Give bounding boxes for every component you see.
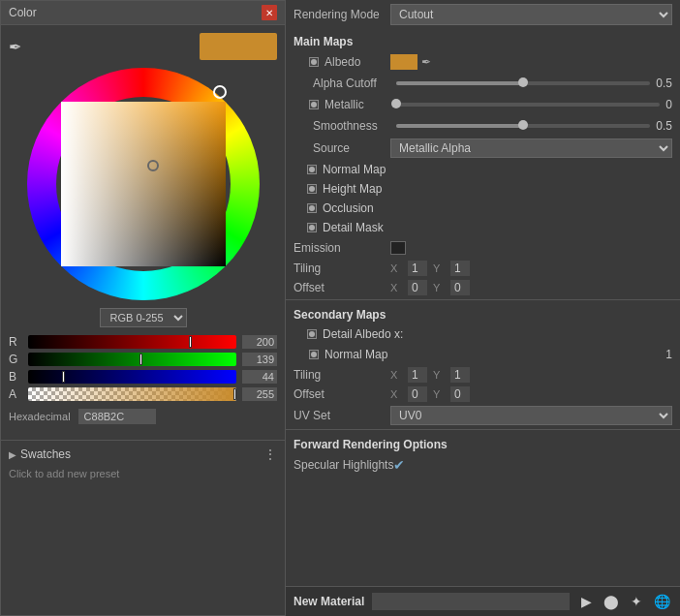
emission-row: Emission [286,237,680,259]
detail-mask-label: Detail Mask [323,221,384,234]
tiling-x-value[interactable]: 1 [408,261,427,276]
tiling-y-value[interactable]: 1 [450,261,470,276]
detail-mask-checkbox[interactable] [307,223,317,232]
tiling-x-label: X [390,262,402,274]
metallic-row: Metallic 0 [286,94,680,115]
a-value-input[interactable] [242,387,277,401]
main-maps-title: Main Maps [286,29,680,51]
offset-row: Offset X 0 Y 0 [286,278,680,297]
close-button[interactable]: ✕ [262,5,277,20]
occlusion-row: Occlusion [286,199,680,218]
offset2-row: Offset X 0 Y 0 [286,385,680,404]
normal-map-checkbox[interactable] [307,165,317,174]
height-map-checkbox[interactable] [307,184,317,194]
color-wheel-container[interactable] [27,68,260,300]
smoothness-slider[interactable] [396,124,650,128]
swatches-chevron-icon[interactable]: ▶ [9,449,16,460]
hex-row: Hexadecimal [9,409,277,424]
offset-x-value[interactable]: 0 [408,280,427,295]
emission-label: Emission [294,241,390,255]
b-value-input[interactable] [242,370,277,384]
detail-albedo-label: Detail Albedo x: [323,327,403,341]
sv-gradient[interactable] [61,102,226,266]
offset-x-label: X [390,282,402,293]
color-mode-dropdown[interactable]: RGB 0-255 [100,308,187,327]
normal-map2-checkbox[interactable] [309,350,319,359]
specular-checkmark-icon[interactable]: ✔ [393,457,405,473]
uv-set-dropdown[interactable]: UV0 [390,406,672,425]
offset-y-value[interactable]: 0 [450,280,470,295]
offset2-x[interactable]: 0 [408,386,427,402]
tiling2-row: Tiling X 1 Y 1 [286,365,680,385]
metallic-slider[interactable] [396,103,660,107]
a-overlay [28,387,236,401]
alpha-cutoff-slider[interactable] [396,81,650,85]
r-value-input[interactable] [242,335,277,349]
swatches-more-icon[interactable]: ⋮ [263,447,277,462]
alpha-cutoff-handle [518,77,528,87]
smoothness-label: Smoothness [294,119,390,133]
swatches-section: ▶ Swatches ⋮ Click to add new preset [1,440,285,615]
normal-map-row: Normal Map [286,160,680,179]
color-panel-header: Color ✕ [1,1,285,25]
r-label: R [9,335,22,349]
specular-label: Specular Highlights [294,458,393,472]
metallic-checkbox[interactable] [309,100,319,109]
source-row: Source Metallic Alpha [286,137,680,160]
occlusion-label: Occlusion [323,201,374,215]
a-slider[interactable] [28,387,236,401]
globe-icon[interactable]: 🌐 [651,591,672,612]
play-icon[interactable]: ▶ [575,591,597,612]
smoothness-row: Smoothness 0.5 [286,115,680,137]
albedo-color-swatch[interactable] [390,54,417,70]
emission-color-swatch[interactable] [390,241,406,255]
alpha-cutoff-row: Alpha Cutoff 0.5 [286,73,680,94]
normal-map2-label: Normal Map [325,348,387,361]
r-channel-row: R [9,335,277,349]
b-thumb [62,371,65,383]
eyedropper-icon[interactable]: ✒ [9,38,21,56]
a-thumb [233,388,236,400]
smoothness-fill [396,124,523,128]
toolbar-icons: ▶ ⬤ ✦ 🌐 [575,591,672,612]
g-slider[interactable] [28,353,236,366]
albedo-eyedrop-icon[interactable]: ✒ [421,55,431,69]
color-panel-title: Color [9,6,37,19]
rendering-mode-dropdown[interactable]: Cutout [390,4,672,25]
material-name-input[interactable] [372,593,570,610]
right-panel: Rendering Mode Cutout Main Maps Albedo ✒… [286,0,680,616]
height-map-row: Height Map [286,179,680,199]
metallic-handle [391,99,401,108]
source-dropdown[interactable]: Metallic Alpha [390,139,672,158]
normal-map2-row: Normal Map 1 [286,344,680,365]
detail-albedo-checkbox[interactable] [307,329,317,339]
hex-input[interactable] [78,409,156,424]
star-icon[interactable]: ✦ [626,591,647,612]
metallic-label-group: Metallic [294,98,390,111]
alpha-cutoff-label: Alpha Cutoff [294,77,390,90]
a-label: A [9,387,22,401]
tiling2-x[interactable]: 1 [408,367,427,383]
swatches-label: Swatches [20,447,71,461]
a-channel-row: A [9,387,277,401]
offset2-xy-group: X 0 Y 0 [390,386,672,402]
albedo-checkbox[interactable] [309,57,319,67]
offset2-label: Offset [294,387,390,401]
offset2-y[interactable]: 0 [450,386,470,402]
add-swatch-button[interactable]: Click to add new preset [9,468,277,479]
height-map-label: Height Map [323,182,382,196]
albedo-row: Albedo ✒ [286,51,680,73]
normal-map2-label-group: Normal Map [294,348,665,361]
occlusion-checkbox[interactable] [307,203,317,213]
forward-rendering-title: Forward Rendering Options [286,432,680,454]
g-label: G [9,353,22,366]
r-slider[interactable] [28,335,236,349]
g-value-input[interactable] [242,353,277,366]
g-channel-row: G [9,353,277,366]
sphere-icon[interactable]: ⬤ [601,591,622,612]
detail-albedo-row: Detail Albedo x: [286,324,680,344]
smoothness-handle [518,120,528,130]
tiling2-y[interactable]: 1 [450,367,470,383]
g-thumb [139,354,142,365]
b-slider[interactable] [28,370,236,384]
